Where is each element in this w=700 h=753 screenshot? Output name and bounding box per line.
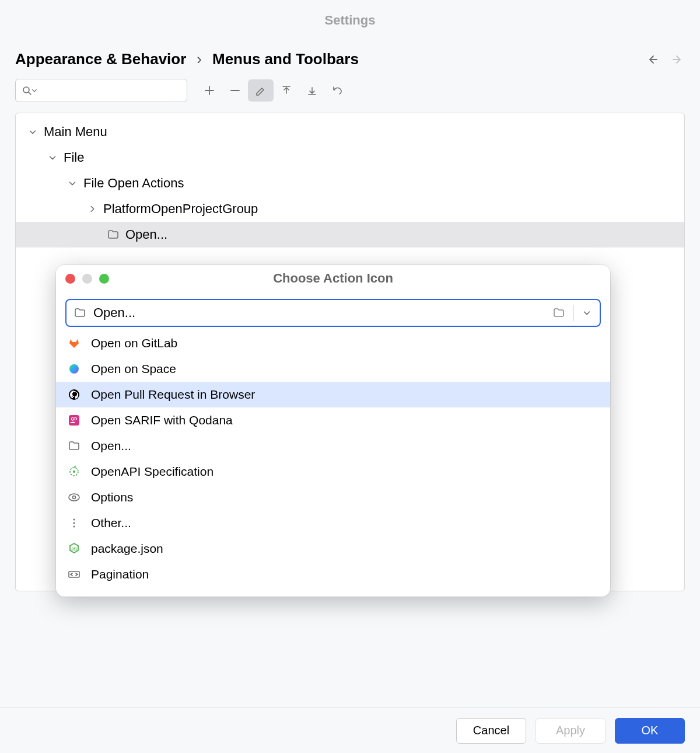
- tree-label: Open...: [125, 227, 167, 242]
- list-item[interactable]: Open on Space: [56, 356, 610, 382]
- chevron-down-icon: [47, 153, 58, 162]
- list-item[interactable]: package.json: [56, 536, 610, 562]
- page-title: Settings: [0, 0, 700, 34]
- forward-button: [672, 53, 685, 66]
- breadcrumb: Appearance & Behavior › Menus and Toolba…: [15, 50, 645, 68]
- close-icon[interactable]: [65, 274, 75, 284]
- pagination-icon: [66, 568, 82, 581]
- list-item-label: OpenAPI Specification: [91, 465, 214, 479]
- tree-label: Main Menu: [44, 124, 107, 140]
- target-icon: [66, 465, 82, 478]
- list-item-label: Open on Space: [91, 362, 176, 376]
- list-item-label: Other...: [91, 516, 131, 530]
- list-item[interactable]: Open Pull Request in Browser: [56, 382, 610, 407]
- maximize-icon[interactable]: [99, 274, 109, 284]
- add-button[interactable]: [197, 79, 222, 102]
- move-up-button[interactable]: [274, 79, 299, 102]
- list-item[interactable]: Open SARIF with Qodana: [56, 407, 610, 433]
- folder-icon: [74, 307, 86, 319]
- tree-node-file[interactable]: File: [16, 145, 684, 170]
- minimize-icon: [82, 274, 92, 284]
- chevron-down-icon: [31, 87, 38, 94]
- chevron-down-icon: [67, 179, 78, 188]
- remove-button[interactable]: [222, 79, 248, 102]
- list-item-label: Open Pull Request in Browser: [91, 388, 255, 402]
- more-icon: [66, 517, 82, 529]
- tree-node-main-menu[interactable]: Main Menu: [16, 119, 684, 145]
- space-icon: [66, 362, 82, 375]
- browse-folder-button[interactable]: [548, 307, 570, 319]
- move-down-button[interactable]: [299, 79, 325, 102]
- choose-action-icon-popup: Choose Action Icon Open on GitLab Open o…: [56, 265, 610, 597]
- list-item-label: Options: [91, 490, 133, 504]
- folder-icon: [66, 440, 82, 452]
- ok-button[interactable]: OK: [615, 718, 685, 744]
- tree-label: PlatformOpenProjectGroup: [103, 201, 258, 217]
- list-item[interactable]: Open on GitLab: [56, 330, 610, 356]
- list-item-label: Open...: [91, 439, 131, 453]
- tree-label: File: [64, 150, 84, 165]
- popup-search-input[interactable]: [92, 305, 542, 321]
- list-item-label: Pagination: [91, 567, 149, 581]
- folder-icon: [107, 229, 120, 240]
- search-input[interactable]: [15, 79, 187, 102]
- tree-label: File Open Actions: [83, 176, 184, 191]
- github-icon: [66, 388, 82, 401]
- list-item[interactable]: OpenAPI Specification: [56, 459, 610, 484]
- apply-button: Apply: [536, 718, 606, 744]
- dropdown-button[interactable]: [578, 308, 596, 318]
- list-item-label: Open on GitLab: [91, 336, 177, 350]
- list-item[interactable]: Open...: [56, 433, 610, 459]
- qodana-icon: [66, 414, 82, 427]
- back-button[interactable]: [645, 53, 658, 66]
- breadcrumb-item[interactable]: Menus and Toolbars: [212, 50, 359, 68]
- tree-node-platform-group[interactable]: PlatformOpenProjectGroup: [16, 196, 684, 222]
- chevron-down-icon: [27, 127, 38, 137]
- list-item[interactable]: Other...: [56, 510, 610, 536]
- revert-button[interactable]: [325, 79, 351, 102]
- chevron-right-icon: ›: [197, 50, 202, 68]
- eye-icon: [66, 491, 82, 504]
- breadcrumb-item[interactable]: Appearance & Behavior: [15, 50, 186, 68]
- edit-button[interactable]: [248, 79, 274, 102]
- list-item-label: package.json: [91, 542, 163, 556]
- nodejs-icon: [66, 542, 82, 555]
- popup-search[interactable]: [65, 299, 601, 327]
- cancel-button[interactable]: Cancel: [456, 718, 526, 744]
- list-item[interactable]: Options: [56, 484, 610, 510]
- chevron-right-icon: [87, 204, 97, 214]
- list-item-label: Open SARIF with Qodana: [91, 413, 233, 427]
- gitlab-icon: [66, 337, 82, 350]
- action-list: Open on GitLab Open on Space Open Pull R…: [56, 330, 610, 587]
- popup-title: Choose Action Icon: [56, 271, 610, 286]
- list-item[interactable]: Pagination: [56, 562, 610, 587]
- tree-node-file-open-actions[interactable]: File Open Actions: [16, 170, 684, 196]
- tree-node-open[interactable]: Open...: [16, 222, 684, 247]
